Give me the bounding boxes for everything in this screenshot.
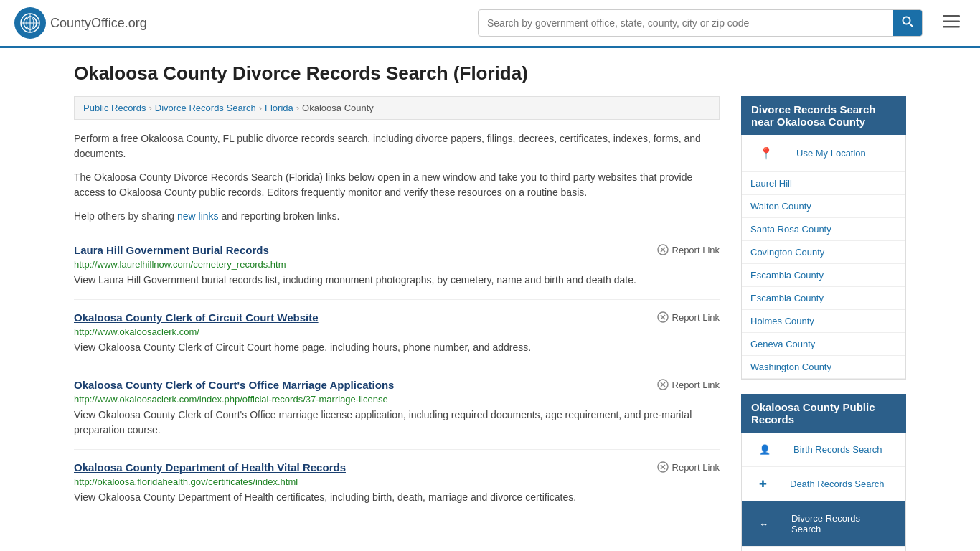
sidebar-pr-link-0[interactable]: 👤 Birth Records Search bbox=[742, 433, 905, 466]
sidebar-nearby-item-2[interactable]: Santa Rosa County bbox=[742, 218, 905, 241]
sidebar-nearby-link-4[interactable]: Escambia County bbox=[742, 264, 905, 286]
breadcrumb-current: Okaloosa County bbox=[302, 103, 374, 113]
sidebar: Divorce Records Search near Okaloosa Cou… bbox=[741, 96, 906, 551]
result-url-3[interactable]: http://okaloosa.floridahealth.gov/certif… bbox=[74, 476, 720, 487]
svg-rect-7 bbox=[943, 15, 960, 17]
result-item-2: Okaloosa County Clerk of Court's Office … bbox=[74, 367, 720, 450]
sidebar-pr-link-2[interactable]: ↔ Divorce Records Search bbox=[742, 501, 905, 546]
report-icon-2 bbox=[657, 379, 669, 390]
sidebar-nearby-link-5[interactable]: Escambia County bbox=[742, 287, 905, 309]
search-button[interactable] bbox=[893, 10, 922, 36]
cross-icon: ✚ bbox=[750, 473, 776, 495]
sidebar-nearby-title: Divorce Records Search near Okaloosa Cou… bbox=[741, 96, 906, 135]
result-item-1: Okaloosa County Clerk of Circuit Court W… bbox=[74, 300, 720, 367]
breadcrumb: Public Records › Divorce Records Search … bbox=[74, 96, 720, 120]
logo[interactable]: CountyOffice.org bbox=[14, 7, 147, 39]
svg-point-5 bbox=[903, 17, 910, 24]
description-para1: Perform a free Okaloosa County, FL publi… bbox=[74, 131, 720, 161]
sidebar-public-records-title: Okaloosa County Public Records bbox=[741, 394, 906, 433]
person-icon: 👤 bbox=[750, 438, 779, 461]
use-location-label: Use My Location bbox=[788, 142, 875, 164]
page-wrapper: Okaloosa County Divorce Records Search (… bbox=[60, 48, 920, 551]
sidebar-pr-item-2[interactable]: ↔ Divorce Records Search bbox=[742, 501, 905, 547]
sidebar-nearby-item-6[interactable]: Holmes County bbox=[742, 310, 905, 333]
svg-line-6 bbox=[910, 24, 913, 27]
svg-rect-8 bbox=[943, 21, 960, 23]
sidebar-pr-item-0[interactable]: 👤 Birth Records Search bbox=[742, 433, 905, 467]
result-desc-0: View Laura Hill Government burial record… bbox=[74, 273, 720, 288]
logo-icon bbox=[14, 7, 46, 39]
result-title-2[interactable]: Okaloosa County Clerk of Court's Office … bbox=[74, 379, 394, 391]
result-title-3[interactable]: Okaloosa County Department of Health Vit… bbox=[74, 461, 346, 474]
breadcrumb-public-records[interactable]: Public Records bbox=[83, 103, 146, 113]
search-input[interactable] bbox=[479, 11, 893, 34]
sidebar-pr-label-2: Divorce Records Search bbox=[783, 507, 897, 540]
result-url-0[interactable]: http://www.laurelhillnow.com/cemetery_re… bbox=[74, 259, 720, 270]
result-desc-3: View Okaloosa County Department of Healt… bbox=[74, 490, 720, 505]
sidebar-pr-link-1[interactable]: ✚ Death Records Search bbox=[742, 467, 905, 501]
sidebar-nearby-list: 📍 Use My Location Laurel HillWalton Coun… bbox=[741, 135, 906, 380]
result-title-1[interactable]: Okaloosa County Clerk of Circuit Court W… bbox=[74, 311, 319, 324]
sidebar-nearby-item-0[interactable]: Laurel Hill bbox=[742, 172, 905, 195]
sidebar-nearby-link-6[interactable]: Holmes County bbox=[742, 310, 905, 332]
sidebar-use-location[interactable]: 📍 Use My Location bbox=[742, 135, 905, 172]
result-header-3: Okaloosa County Department of Health Vit… bbox=[74, 461, 720, 474]
description-para3: Help others by sharing new links and rep… bbox=[74, 209, 720, 224]
report-icon-0 bbox=[657, 244, 669, 255]
header: CountyOffice.org bbox=[0, 0, 980, 48]
report-link-btn-1[interactable]: Report Link bbox=[657, 311, 720, 323]
report-icon-1 bbox=[657, 311, 669, 323]
sidebar-public-records-list: 👤 Birth Records Search ✚ Death Records S… bbox=[741, 433, 906, 551]
result-title-0[interactable]: Laura Hill Government Burial Records bbox=[74, 244, 269, 256]
svg-rect-9 bbox=[943, 26, 960, 28]
result-item-0: Laura Hill Government Burial Records Rep… bbox=[74, 232, 720, 300]
content-layout: Public Records › Divorce Records Search … bbox=[74, 96, 906, 551]
result-desc-1: View Okaloosa County Clerk of Circuit Co… bbox=[74, 340, 720, 355]
page-title: Okaloosa County Divorce Records Search (… bbox=[74, 62, 906, 85]
sidebar-nearby-link-7[interactable]: Geneva County bbox=[742, 333, 905, 355]
new-links-link[interactable]: new links bbox=[177, 210, 219, 222]
report-icon-3 bbox=[657, 461, 669, 473]
result-item-3: Okaloosa County Department of Health Vit… bbox=[74, 450, 720, 517]
sidebar-pr-link-3[interactable]: ? Genealogy Search bbox=[742, 547, 905, 551]
sidebar-nearby-item-7[interactable]: Geneva County bbox=[742, 333, 905, 356]
result-header-2: Okaloosa County Clerk of Court's Office … bbox=[74, 379, 720, 391]
breadcrumb-sep-1: › bbox=[149, 103, 151, 113]
sidebar-nearby-link-0[interactable]: Laurel Hill bbox=[742, 172, 905, 194]
breadcrumb-florida[interactable]: Florida bbox=[265, 103, 293, 113]
sidebar-nearby-link-8[interactable]: Washington County bbox=[742, 356, 905, 378]
arrows-icon: ↔ bbox=[750, 513, 777, 535]
report-link-btn-3[interactable]: Report Link bbox=[657, 461, 720, 473]
sidebar-nearby-item-1[interactable]: Walton County bbox=[742, 195, 905, 218]
report-link-btn-2[interactable]: Report Link bbox=[657, 379, 720, 390]
sidebar-nearby-link-1[interactable]: Walton County bbox=[742, 195, 905, 217]
search-bar bbox=[478, 9, 923, 37]
report-link-btn-0[interactable]: Report Link bbox=[657, 244, 720, 255]
sidebar-nearby-item-4[interactable]: Escambia County bbox=[742, 264, 905, 287]
result-url-1[interactable]: http://www.okaloosaclerk.com/ bbox=[74, 326, 720, 337]
sidebar-pr-label-0: Birth Records Search bbox=[785, 438, 891, 461]
sidebar-pr-item-3[interactable]: ? Genealogy Search bbox=[742, 547, 905, 551]
result-header-1: Okaloosa County Clerk of Circuit Court W… bbox=[74, 311, 720, 324]
sidebar-nearby-item-8[interactable]: Washington County bbox=[742, 356, 905, 379]
logo-text: CountyOffice.org bbox=[50, 16, 147, 31]
result-desc-2: View Okaloosa County Clerk of Court's Of… bbox=[74, 408, 720, 438]
main-content: Public Records › Divorce Records Search … bbox=[74, 96, 720, 551]
results-container: Laura Hill Government Burial Records Rep… bbox=[74, 232, 720, 517]
sidebar-pr-label-1: Death Records Search bbox=[781, 473, 893, 495]
result-url-2[interactable]: http://www.okaloosaclerk.com/index.php/o… bbox=[74, 394, 720, 405]
breadcrumb-divorce-records-search[interactable]: Divorce Records Search bbox=[155, 103, 256, 113]
menu-icon-button[interactable] bbox=[937, 11, 966, 35]
breadcrumb-sep-3: › bbox=[296, 103, 299, 113]
sidebar-nearby-item-3[interactable]: Covington County bbox=[742, 241, 905, 264]
sidebar-nearby-link-3[interactable]: Covington County bbox=[742, 241, 905, 263]
sidebar-nearby-item-5[interactable]: Escambia County bbox=[742, 287, 905, 310]
result-header-0: Laura Hill Government Burial Records Rep… bbox=[74, 244, 720, 256]
sidebar-nearby-link-2[interactable]: Santa Rosa County bbox=[742, 218, 905, 240]
location-pin-icon: 📍 bbox=[750, 141, 782, 166]
breadcrumb-sep-2: › bbox=[259, 103, 262, 113]
sidebar-pr-item-1[interactable]: ✚ Death Records Search bbox=[742, 467, 905, 501]
description-para2: The Okaloosa County Divorce Records Sear… bbox=[74, 170, 720, 200]
